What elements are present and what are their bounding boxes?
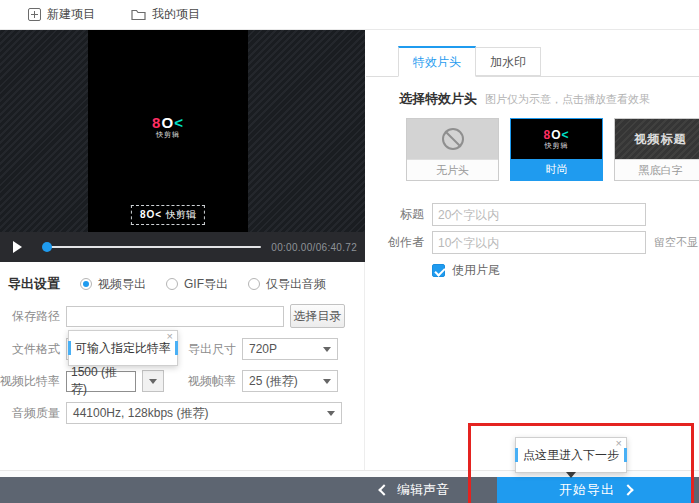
seek-bar[interactable] <box>44 246 261 248</box>
intro-card-none-label: 无片头 <box>407 159 498 180</box>
export-settings-title: 导出设置 <box>8 275 60 293</box>
video-frame[interactable]: 8O< 快剪辑 8O<快剪辑 <box>88 30 248 232</box>
radio-video-label: 视频导出 <box>98 276 146 293</box>
new-project-button[interactable]: 新建项目 <box>28 6 95 23</box>
folder-icon <box>131 9 146 21</box>
start-export-button[interactable]: 开始导出 <box>497 477 694 503</box>
next-step-tooltip: 点这里进入下一步 × <box>515 437 627 473</box>
bitrate-value: 1500 (推荐) <box>71 364 131 398</box>
framerate-value: 25 (推荐) <box>249 373 298 390</box>
watermark-brand: 8O< <box>140 209 162 220</box>
save-path-input[interactable] <box>66 306 284 327</box>
bitrate-tooltip: 可输入指定比特率 × <box>68 330 178 366</box>
start-export-label: 开始导出 <box>559 481 615 499</box>
prohibition-icon <box>442 128 464 150</box>
fashion-intro-thumb: 8O< 快剪辑 <box>511 119 602 159</box>
choose-intro-title: 选择特效片头 <box>399 91 477 106</box>
radio-gif-export[interactable]: GIF导出 <box>166 276 228 293</box>
logo-char-k: < <box>562 128 570 142</box>
save-path-label: 保存路径 <box>0 308 60 325</box>
intro-card-fashion-label: 时尚 <box>511 159 602 180</box>
intro-card-fashion[interactable]: 8O< 快剪辑 时尚 <box>510 118 603 181</box>
edit-sound-label: 编辑声音 <box>397 481 449 499</box>
video-title-thumb: 视频标题 <box>615 119 699 159</box>
framerate-dropdown[interactable]: 25 (推荐) <box>242 370 338 392</box>
logo-subtitle: 快剪辑 <box>88 131 248 139</box>
file-format-label: 文件格式 <box>0 341 60 358</box>
my-projects-label: 我的项目 <box>152 6 200 23</box>
logo-subtitle: 快剪辑 <box>545 142 569 150</box>
logo-char-o: O <box>161 114 174 131</box>
chevron-down-icon <box>323 347 331 352</box>
app-window: 新建项目 我的项目 8O< 快剪辑 8O<快剪辑 <box>0 0 699 503</box>
video-preview-area: 8O< 快剪辑 8O<快剪辑 <box>0 30 365 232</box>
radio-dot <box>80 278 92 290</box>
play-icon <box>13 241 22 253</box>
audio-quality-value: 44100Hz, 128kbps (推荐) <box>73 405 208 422</box>
choose-directory-button[interactable]: 选择目录 <box>290 304 345 328</box>
play-button[interactable] <box>0 232 34 262</box>
logo-char-8: 8 <box>543 128 551 142</box>
tab-bar: 特效片头 加水印 <box>366 46 699 77</box>
bitrate-dropdown-button[interactable] <box>142 370 164 392</box>
chevron-left-icon <box>378 484 389 495</box>
audio-quality-label: 音频质量 <box>0 405 60 422</box>
radio-gif-label: GIF导出 <box>184 276 228 293</box>
creator-label: 创作者 <box>366 234 424 251</box>
radio-audio-label: 仅导出音频 <box>266 276 326 293</box>
creator-hint: 留空不显 <box>654 235 698 250</box>
title-input[interactable] <box>432 203 646 226</box>
edit-sound-button[interactable]: 编辑声音 <box>380 477 449 503</box>
audio-quality-dropdown[interactable]: 44100Hz, 128kbps (推荐) <box>66 402 342 424</box>
video-logo: 8O< 快剪辑 <box>88 114 248 139</box>
radio-dot <box>248 278 260 290</box>
chevron-down-icon <box>149 379 157 384</box>
watermark-badge: 8O<快剪辑 <box>131 205 205 225</box>
watermark-text: 快剪辑 <box>166 209 196 220</box>
export-size-value: 720P <box>249 342 277 356</box>
chevron-down-icon <box>327 411 335 416</box>
export-size-label: 导出尺寸 <box>188 341 236 358</box>
logo-char-k: < <box>174 114 184 131</box>
bitrate-label: 视频比特率 <box>0 373 60 390</box>
export-size-dropdown[interactable]: 720P <box>242 338 338 360</box>
new-project-label: 新建项目 <box>47 6 95 23</box>
chevron-right-icon <box>622 484 633 495</box>
bitrate-input[interactable]: 1500 (推荐) <box>66 371 136 392</box>
intro-card-none[interactable]: 无片头 <box>406 118 499 181</box>
radio-audio-only-export[interactable]: 仅导出音频 <box>248 276 326 293</box>
top-toolbar: 新建项目 我的项目 <box>0 0 699 30</box>
new-project-icon <box>28 8 41 21</box>
next-step-tooltip-text: 点这里进入下一步 <box>523 447 619 464</box>
time-display: 00:00.00/06:40.72 <box>271 242 357 253</box>
intro-option-cards: 无片头 8O< 快剪辑 时尚 视频标题 黑底白字 <box>406 118 699 181</box>
intro-effects-panel: 特效片头 加水印 选择特效片头图片仅为示意，点击播放查看效果 无片头 8O< 快… <box>366 30 699 470</box>
title-label: 标题 <box>366 206 424 223</box>
tooltip-notch <box>566 472 576 478</box>
my-projects-button[interactable]: 我的项目 <box>131 6 200 23</box>
intro-card-video-title[interactable]: 视频标题 黑底白字 <box>614 118 699 181</box>
choose-intro-note: 图片仅为示意，点击播放查看效果 <box>485 93 650 105</box>
bitrate-tooltip-text: 可输入指定比特率 <box>75 340 171 357</box>
choose-intro-heading: 选择特效片头图片仅为示意，点击播放查看效果 <box>399 90 650 108</box>
player-controls: 00:00.00/06:40.72 <box>0 232 365 262</box>
export-settings-panel: 导出设置 视频导出 GIF导出 仅导出音频 保存路径 选择目录 文件格式 <box>0 262 365 470</box>
creator-input[interactable] <box>432 231 646 254</box>
intro-card-video-title-label: 黑底白字 <box>615 159 699 180</box>
tab-intro-effects[interactable]: 特效片头 <box>398 46 476 77</box>
no-intro-thumb <box>407 119 498 159</box>
chevron-down-icon <box>323 379 331 384</box>
use-outro-checkbox[interactable] <box>432 264 445 277</box>
radio-dot <box>166 278 178 290</box>
logo-char-o: O <box>551 128 561 142</box>
close-icon[interactable]: × <box>167 331 173 342</box>
tab-watermark[interactable]: 加水印 <box>476 47 541 76</box>
framerate-label: 视频帧率 <box>188 373 236 390</box>
radio-video-export[interactable]: 视频导出 <box>80 276 146 293</box>
use-outro-label: 使用片尾 <box>452 262 500 279</box>
close-icon[interactable]: × <box>616 438 622 449</box>
seek-thumb[interactable] <box>42 242 52 252</box>
bottom-action-bar: 编辑声音 开始导出 <box>0 477 699 503</box>
video-title-thumb-text: 视频标题 <box>635 131 687 148</box>
